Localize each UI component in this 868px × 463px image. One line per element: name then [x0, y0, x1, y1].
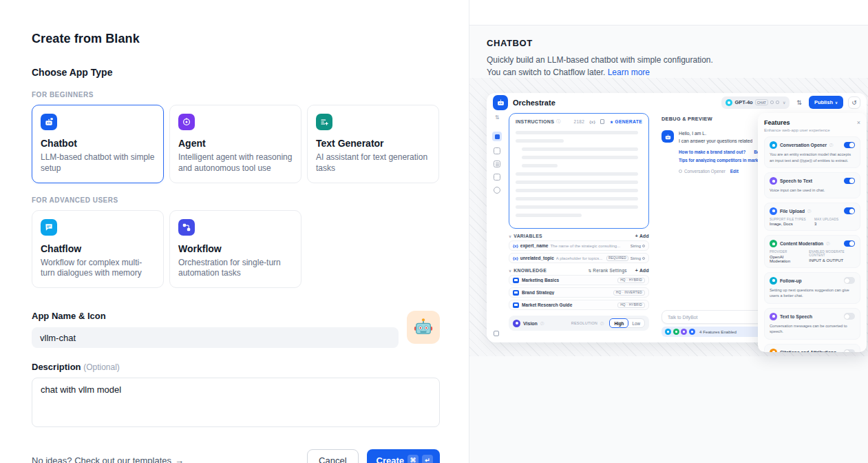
placeholder-line — [516, 181, 638, 184]
feature-card-content-moderation: Content Moderation ⓘ PROVIDEROpenAI Mode… — [764, 235, 860, 268]
placeholder-line — [516, 197, 638, 200]
sparkle-icon: ★ — [610, 120, 613, 124]
variable-row: {x} expert_name The name of the strategi… — [509, 240, 649, 251]
cmd-key-icon: ⌘ — [407, 455, 419, 463]
shield-icon — [770, 240, 777, 247]
gear-icon — [642, 245, 645, 247]
feature-toggle — [844, 277, 855, 284]
create-button[interactable]: Create ⌘ ↵ — [367, 449, 440, 463]
sidebar-globe-icon — [494, 187, 500, 194]
for-advanced-users-label: FOR ADVANCED USERS — [32, 196, 440, 204]
gear-icon — [642, 257, 645, 260]
info-icon: ⓘ — [600, 321, 604, 326]
vision-eye-icon — [513, 320, 520, 327]
sidebar-image-icon — [494, 147, 500, 154]
required-tag: REQUIRED — [606, 256, 628, 261]
app-type-title: Workflow — [178, 243, 293, 254]
publish-button: Publish ∨ — [809, 96, 843, 109]
text-generator-icon — [316, 114, 332, 130]
templates-link[interactable]: No ideas? Check out our templates → — [32, 455, 184, 463]
beginner-cards-row: Chatbot LLM-based chatbot with simple se… — [32, 105, 440, 183]
preview-description: Quickly build an LLM-based chatbot with … — [487, 54, 715, 79]
app-type-title: Chatbot — [41, 138, 155, 149]
model-selector: GPT-4o CHAT ∨ — [721, 96, 790, 109]
app-type-card-workflow[interactable]: Workflow Orchestration for single-turn a… — [169, 210, 301, 289]
enter-key-icon: ↵ — [422, 455, 433, 463]
info-icon: ⓘ — [826, 241, 829, 246]
placeholder-line — [522, 156, 638, 159]
app-type-preview-panel: CHATBOT Quickly build an LLM-based chatb… — [469, 0, 868, 463]
chat-bubble-icon — [770, 277, 777, 285]
sidebar-swap-icon: ⇅ — [495, 114, 500, 121]
chevron-down-icon: ∨ — [835, 101, 838, 105]
app-type-desc: LLM-based chatbot with simple setup — [41, 152, 155, 174]
create-app-modal: Create from Blank Choose App Type FOR BE… — [0, 0, 868, 463]
info-icon: ⓘ — [556, 119, 560, 125]
variable-type-tag: String — [631, 256, 645, 260]
generate-button: ★ GENERATE — [610, 119, 642, 124]
folder-icon — [770, 207, 777, 215]
resolution-high-option: High — [609, 318, 628, 328]
history-icon: ↺ — [848, 96, 860, 109]
bot-greeting: Hello, I am L. I can answer your questio… — [679, 130, 752, 145]
variable-token-icon: {x} — [513, 256, 518, 260]
placeholder-line — [522, 147, 638, 151]
sidebar-note-icon — [494, 174, 500, 181]
variable-row: {x} unrelated_topic A placeholder for to… — [509, 253, 649, 263]
opener-icon — [679, 169, 682, 173]
placeholder-line — [522, 164, 558, 167]
app-name-input[interactable] — [32, 327, 399, 348]
description-textarea[interactable]: chat with vllm model — [32, 378, 440, 427]
chatflow-icon — [41, 219, 57, 236]
knowledge-folder-icon — [513, 290, 519, 296]
app-type-card-text-generator[interactable]: Text Generator AI assistant for text gen… — [307, 105, 439, 183]
feature-toggle — [844, 207, 855, 214]
model-provider-icon — [726, 99, 732, 106]
suggested-question: How to make a brand stand out? — [679, 150, 745, 154]
cancel-button[interactable]: Cancel — [307, 449, 358, 463]
close-icon: × — [857, 119, 860, 126]
app-type-desc: AI assistant for text generation tasks — [316, 152, 430, 174]
app-type-title: Agent — [178, 138, 293, 149]
text-to-speech-icon — [770, 313, 777, 320]
app-type-card-agent[interactable]: Agent Intelligent agent with reasoning a… — [169, 105, 301, 183]
upload-feature-icon — [689, 329, 695, 335]
feature-toggle — [844, 313, 855, 320]
feature-card-text-to-speech: Text to Speech Conversation messages can… — [764, 308, 860, 340]
description-optional-label: (Optional) — [83, 362, 120, 372]
advanced-cards-row: Chatflow Workflow for complex multi-turn… — [32, 210, 440, 289]
app-icon-picker[interactable] — [407, 311, 440, 344]
chatbot-icon — [41, 114, 57, 130]
learn-more-link[interactable]: Learn more — [608, 68, 650, 77]
placeholder-line — [516, 205, 638, 209]
feature-toggle — [844, 178, 855, 185]
preview-app-icon — [493, 95, 508, 110]
feature-toggle — [844, 349, 855, 352]
knowledge-row: Brand Strategy HQ · INVERTED — [509, 287, 649, 298]
knowledge-section-header: ∨ KNOWLEDGE ⇅ Rerank Settings + Add — [509, 268, 649, 273]
app-type-title: Chatflow — [41, 243, 155, 254]
app-type-desc: Intelligent agent with reasoning and aut… — [178, 152, 293, 174]
sidebar-orchestrate-icon — [492, 132, 502, 141]
agent-icon — [178, 114, 195, 130]
model-params-icon: ⇅ — [796, 99, 802, 106]
create-from-blank-panel: Create from Blank Choose App Type FOR BE… — [0, 0, 469, 463]
suggested-question: Tips for analyzing competitors in market — [679, 158, 762, 163]
info-icon: ⓘ — [829, 143, 833, 147]
model-lock-icon — [770, 101, 774, 104]
app-type-card-chatbot[interactable]: Chatbot LLM-based chatbot with simple se… — [32, 105, 164, 183]
clipboard-icon — [600, 119, 604, 124]
preview-heading: CHATBOT — [487, 38, 851, 48]
for-beginners-label: FOR BEGINNERS — [32, 91, 440, 99]
info-icon: ⓘ — [807, 209, 811, 214]
app-type-card-chatflow[interactable]: Chatflow Workflow for complex multi-turn… — [32, 210, 164, 289]
knowledge-row: Market Research Guide HQ · HYBRID — [509, 300, 649, 310]
arrow-right-icon: → — [175, 455, 184, 463]
feature-card-citations: Citations and Attributions Show source d… — [764, 344, 860, 352]
app-type-desc: Workflow for complex multi-turn dialogue… — [41, 258, 155, 280]
instructions-panel: INSTRUCTIONS ⓘ 2182 {x} ★ GENERATE — [509, 113, 649, 229]
knowledge-folder-icon — [513, 278, 519, 283]
model-chat-badge: CHAT — [755, 99, 768, 105]
swap-icon: ⇅ — [588, 269, 591, 273]
info-icon: ⓘ — [540, 321, 544, 326]
